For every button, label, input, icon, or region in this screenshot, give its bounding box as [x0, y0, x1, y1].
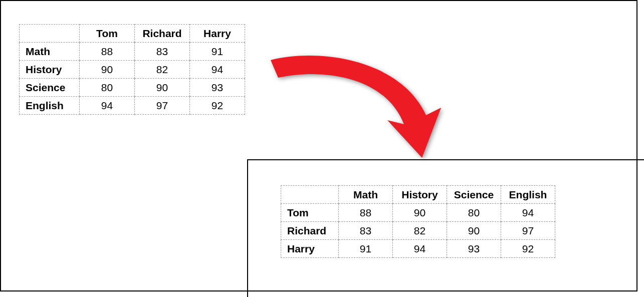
- original-table: Tom Richard Harry Math 88 83 91 History …: [19, 24, 245, 115]
- table-cell: 94: [190, 61, 245, 79]
- row-header: Richard: [281, 222, 339, 240]
- table-cell: 83: [339, 222, 393, 240]
- row-header: Science: [20, 79, 80, 97]
- table-row: Harry 91 94 93 92: [281, 240, 555, 258]
- table-cell: 82: [393, 222, 447, 240]
- table-row: Math History Science English: [281, 186, 555, 204]
- table-cell: 90: [447, 222, 501, 240]
- table-row: Math 88 83 91: [20, 43, 245, 61]
- row-header: Tom: [281, 204, 339, 222]
- row-header: History: [20, 61, 80, 79]
- col-header: Science: [447, 186, 501, 204]
- table-cell: 97: [135, 97, 190, 115]
- col-header: Math: [339, 186, 393, 204]
- table-cell: 92: [190, 97, 245, 115]
- table-cell: 82: [135, 61, 190, 79]
- transposed-table-container: Math History Science English Tom 88 90 8…: [281, 185, 555, 258]
- table-cell: 94: [80, 97, 135, 115]
- row-header: Harry: [281, 240, 339, 258]
- table-cell: 90: [80, 61, 135, 79]
- table-cell: 91: [190, 43, 245, 61]
- table-cell: 93: [447, 240, 501, 258]
- table-cell: 93: [190, 79, 245, 97]
- table-cell: 94: [501, 204, 555, 222]
- row-header: English: [20, 97, 80, 115]
- corner-cell: [20, 25, 80, 43]
- table-cell: 92: [501, 240, 555, 258]
- table-row: Richard 83 82 90 97: [281, 222, 555, 240]
- table-cell: 80: [80, 79, 135, 97]
- table-row: History 90 82 94: [20, 61, 245, 79]
- table-row: English 94 97 92: [20, 97, 245, 115]
- table-cell: 83: [135, 43, 190, 61]
- arrow-icon: [261, 40, 461, 175]
- table-cell: 90: [135, 79, 190, 97]
- table-cell: 91: [339, 240, 393, 258]
- transposed-table: Math History Science English Tom 88 90 8…: [281, 185, 555, 258]
- row-header: Math: [20, 43, 80, 61]
- table-cell: 90: [393, 204, 447, 222]
- table-cell: 88: [80, 43, 135, 61]
- col-header: Harry: [190, 25, 245, 43]
- table-cell: 94: [393, 240, 447, 258]
- table-cell: 88: [339, 204, 393, 222]
- transpose-arrow: [261, 40, 461, 175]
- col-header: History: [393, 186, 447, 204]
- col-header: Tom: [80, 25, 135, 43]
- table-cell: 97: [501, 222, 555, 240]
- corner-cell: [281, 186, 339, 204]
- original-table-container: Tom Richard Harry Math 88 83 91 History …: [19, 24, 245, 115]
- col-header: Richard: [135, 25, 190, 43]
- table-row: Tom Richard Harry: [20, 25, 245, 43]
- col-header: English: [501, 186, 555, 204]
- table-row: Science 80 90 93: [20, 79, 245, 97]
- table-row: Tom 88 90 80 94: [281, 204, 555, 222]
- table-cell: 80: [447, 204, 501, 222]
